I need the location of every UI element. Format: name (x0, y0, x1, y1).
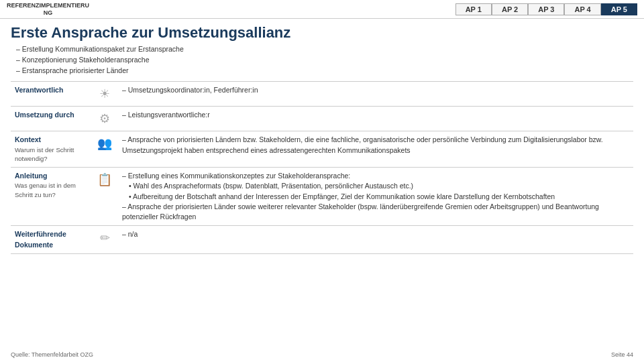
people-icon: 👥 (97, 137, 112, 150)
row-content-verantwortlich: – Umsetzungskoordinator:in, Federführer:… (118, 82, 633, 107)
row-label-weiterfuehrende: Weiterführende Dokumente (11, 226, 91, 253)
subtitle-item-3: Erstansprache priorisierter Länder (16, 66, 633, 76)
ap-tabs: AP 1 AP 2 AP 3 AP 4 AP 5 (455, 3, 637, 15)
table-row-verantwortlich: Verantwortlich ☀ – Umsetzungskoordinator… (11, 82, 633, 107)
footer-source: Quelle: Themenfeldarbeit OZG (11, 351, 93, 358)
footer: Quelle: Themenfeldarbeit OZG Seite 44 (11, 351, 633, 358)
header: REFERENZIMPLEMENTIERU NG AP 1 AP 2 AP 3 … (0, 0, 644, 19)
row-icon-kontext: 👥 (91, 131, 118, 168)
row-content-anleitung: – Erstellung eines Kommunikationskonzept… (118, 168, 633, 226)
row-label-anleitung: Anleitung Was genau ist in dem Schritt z… (11, 168, 91, 226)
row-icon-umsetzung: ⚙ (91, 107, 118, 131)
tab-ap5[interactable]: AP 5 (601, 3, 637, 15)
row-icon-anleitung: 📋 (91, 168, 118, 226)
tab-ap3[interactable]: AP 3 (528, 3, 564, 15)
table-row-weiterfuehrende: Weiterführende Dokumente ✏ – n/a (11, 226, 633, 253)
row-icon-weiterfuehrende: ✏ (91, 226, 118, 253)
row-label-umsetzung: Umsetzung durch (11, 107, 91, 131)
footer-page: Seite 44 (611, 351, 633, 358)
row-content-umsetzung: – Leistungsverantwortliche:r (118, 107, 633, 131)
main-content: Erste Ansprache zur Umsetzungsallianz Er… (0, 19, 644, 257)
row-content-weiterfuehrende: – n/a (118, 226, 633, 253)
table-row-umsetzung: Umsetzung durch ⚙ – Leistungsverantwortl… (11, 107, 633, 131)
pencil-icon: ✏ (100, 231, 110, 245)
document-icon: 📋 (97, 173, 112, 186)
subtitle-list: Erstellung Kommunikationspaket zur Ersta… (11, 44, 633, 76)
sun-icon: ☀ (99, 87, 110, 101)
header-title: REFERENZIMPLEMENTIERU NG (7, 2, 89, 17)
subtitle-item-1: Erstellung Kommunikationspaket zur Ersta… (16, 44, 633, 55)
page-title: Erste Ansprache zur Umsetzungsallianz (11, 24, 633, 42)
tab-ap4[interactable]: AP 4 (564, 3, 600, 15)
tab-ap2[interactable]: AP 2 (492, 3, 528, 15)
gear-icon: ⚙ (99, 112, 110, 125)
row-icon-verantwortlich: ☀ (91, 82, 118, 107)
tab-ap1[interactable]: AP 1 (455, 3, 492, 15)
table-row-anleitung: Anleitung Was genau ist in dem Schritt z… (11, 168, 633, 226)
row-label-kontext: Kontext Warum ist der Schritt notwendig? (11, 131, 91, 168)
info-table: Verantwortlich ☀ – Umsetzungskoordinator… (11, 81, 633, 253)
table-row-kontext: Kontext Warum ist der Schritt notwendig?… (11, 131, 633, 168)
row-content-kontext: – Ansprache von priorisierten Ländern bz… (118, 131, 633, 168)
subtitle-item-2: Konzeptionierung Stakeholderansprache (16, 55, 633, 66)
row-label-verantwortlich: Verantwortlich (11, 82, 91, 107)
